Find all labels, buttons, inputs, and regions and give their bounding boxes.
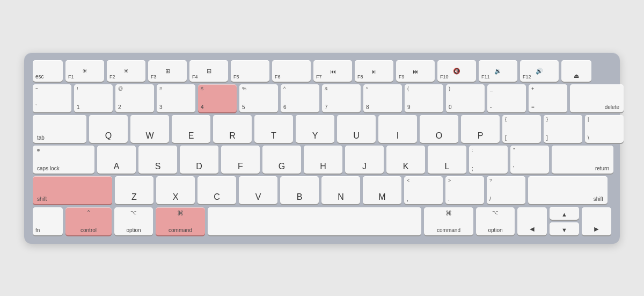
bottom-key-row: fn ^ control ⌥ option ⌘ command ⌘ comman… <box>33 207 611 235</box>
key-semicolon[interactable]: : ; <box>469 146 508 174</box>
key-a[interactable]: A <box>97 146 136 174</box>
key-f5[interactable]: F5 <box>231 60 269 82</box>
key-f12[interactable]: 🔊 F12 <box>520 60 559 82</box>
key-9[interactable]: ( 9 <box>405 84 443 112</box>
key-equals[interactable]: + = <box>529 84 567 112</box>
key-3[interactable]: # 3 <box>157 84 195 112</box>
key-f3[interactable]: ⊞ F3 <box>148 60 187 82</box>
key-m[interactable]: M <box>363 176 401 204</box>
key-y[interactable]: Y <box>296 115 334 143</box>
key-backslash[interactable]: | \ <box>585 115 624 143</box>
key-n[interactable]: N <box>321 176 360 204</box>
key-i[interactable]: I <box>378 115 417 143</box>
key-eject[interactable]: ⏏ <box>561 60 591 82</box>
key-f4[interactable]: ⊟ F4 <box>189 60 228 82</box>
key-arrow-up[interactable]: ▲ <box>550 207 579 220</box>
key-8[interactable]: * 8 <box>363 84 402 112</box>
key-f1[interactable]: ☀ F1 <box>65 60 104 82</box>
key-arrow-right[interactable]: ► <box>582 207 611 235</box>
key-f11[interactable]: 🔉 F11 <box>479 60 517 82</box>
key-shift-right[interactable]: shift <box>528 176 608 204</box>
key-comma[interactable]: < , <box>404 176 443 204</box>
key-f8[interactable]: ⏯ F8 <box>355 60 393 82</box>
key-j[interactable]: J <box>345 146 384 174</box>
key-option-left[interactable]: ⌥ option <box>114 207 153 235</box>
key-2[interactable]: @ 2 <box>115 84 154 112</box>
key-f9[interactable]: ⏭ F9 <box>396 60 435 82</box>
keyboard: esc ☀ F1 ☀ F2 ⊞ F3 ⊟ F4 F5 F6 ⏮ F7 ⏯ <box>24 53 620 244</box>
key-f2[interactable]: ☀ F2 <box>107 60 145 82</box>
key-h[interactable]: H <box>304 146 342 174</box>
key-t[interactable]: T <box>254 115 293 143</box>
key-f6[interactable]: F6 <box>272 60 311 82</box>
key-d[interactable]: D <box>180 146 218 174</box>
key-q[interactable]: Q <box>89 115 128 143</box>
key-return[interactable]: return <box>552 146 613 174</box>
key-shift-left[interactable]: shift <box>33 176 112 204</box>
key-slash[interactable]: ? / <box>487 176 525 204</box>
number-key-row: ~ ` ! 1 @ 2 # 3 $ 4 % 5 ^ 6 & 7 <box>33 84 611 112</box>
key-quote[interactable]: " ' <box>510 146 549 174</box>
key-spacebar[interactable] <box>208 207 421 235</box>
key-7[interactable]: & 7 <box>322 84 361 112</box>
key-bracket-right[interactable]: } ] <box>544 115 582 143</box>
key-p[interactable]: P <box>461 115 500 143</box>
key-period[interactable]: > . <box>445 176 484 204</box>
key-e[interactable]: E <box>172 115 210 143</box>
arrow-up-down-container: ▲ ▼ <box>550 207 579 235</box>
key-esc[interactable]: esc <box>33 60 63 82</box>
key-0[interactable]: ) 0 <box>446 84 485 112</box>
key-f[interactable]: F <box>221 146 260 174</box>
fn-key-row: esc ☀ F1 ☀ F2 ⊞ F3 ⊟ F4 F5 F6 ⏮ F7 ⏯ <box>33 60 611 82</box>
key-u[interactable]: U <box>337 115 376 143</box>
key-1[interactable]: ! 1 <box>74 84 113 112</box>
key-command-right[interactable]: ⌘ command <box>424 207 473 235</box>
key-f7[interactable]: ⏮ F7 <box>313 60 352 82</box>
key-option-right[interactable]: ⌥ option <box>476 207 515 235</box>
key-k[interactable]: K <box>386 146 425 174</box>
key-l[interactable]: L <box>428 146 466 174</box>
key-command-left[interactable]: ⌘ command <box>156 207 205 235</box>
key-delete[interactable]: delete <box>570 84 624 112</box>
key-bracket-left[interactable]: { [ <box>502 115 541 143</box>
key-r[interactable]: R <box>213 115 252 143</box>
key-tab[interactable]: tab <box>33 115 86 143</box>
key-6[interactable]: ^ 6 <box>281 84 319 112</box>
key-v[interactable]: V <box>239 176 277 204</box>
key-w[interactable]: W <box>130 115 169 143</box>
key-c[interactable]: C <box>197 176 236 204</box>
key-s[interactable]: S <box>138 146 177 174</box>
key-g[interactable]: G <box>262 146 301 174</box>
key-fn[interactable]: fn <box>33 207 63 235</box>
caps-lock-indicator <box>37 149 40 151</box>
key-caps-lock[interactable]: caps lock <box>33 146 94 174</box>
key-control[interactable]: ^ control <box>65 207 112 235</box>
q-key-row: tab Q W E R T Y U I O P <box>33 115 611 143</box>
key-z[interactable]: Z <box>115 176 153 204</box>
key-arrow-down[interactable]: ▼ <box>550 222 579 235</box>
key-5[interactable]: % 5 <box>239 84 278 112</box>
key-arrow-left[interactable]: ◄ <box>517 207 547 235</box>
key-o[interactable]: O <box>420 115 458 143</box>
key-4[interactable]: $ 4 <box>198 84 237 112</box>
key-minus[interactable]: _ - <box>487 84 526 112</box>
key-x[interactable]: X <box>156 176 195 204</box>
key-f10[interactable]: 🔇 F10 <box>437 60 476 82</box>
key-backtick[interactable]: ~ ` <box>33 84 71 112</box>
a-key-row: caps lock A S D F G H J K L : ; <box>33 146 611 174</box>
key-b[interactable]: B <box>280 176 319 204</box>
z-key-row: shift Z X C V B N M < , > . <box>33 176 611 204</box>
